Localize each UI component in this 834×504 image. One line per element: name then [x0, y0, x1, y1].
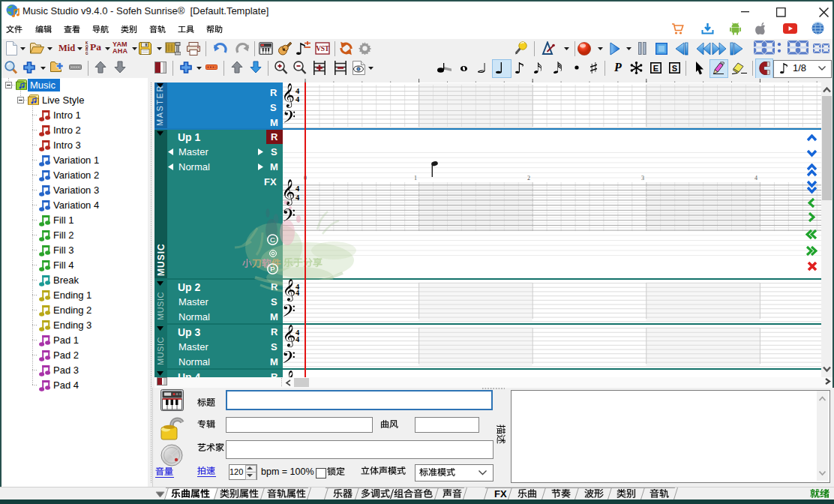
svg-text:C: C: [270, 236, 275, 244]
svg-text:E: E: [653, 64, 658, 73]
svg-text:2: 2: [527, 175, 530, 182]
svg-text:3: 3: [641, 175, 644, 182]
svg-text:P: P: [270, 265, 274, 273]
svg-text:4: 4: [754, 175, 758, 182]
svg-text:S: S: [672, 64, 677, 73]
svg-text:1: 1: [414, 175, 417, 182]
svg-text:VST: VST: [316, 45, 330, 52]
